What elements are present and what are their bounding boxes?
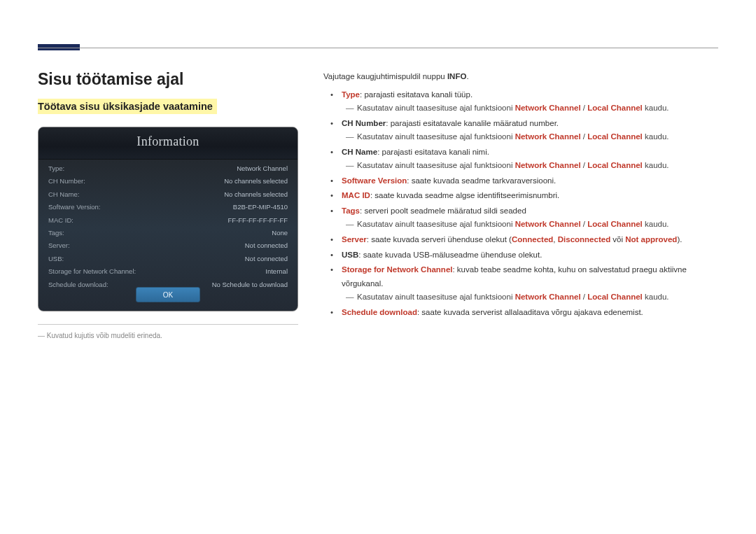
section-title: Töötava sisu üksikasjade vaatamine bbox=[38, 99, 217, 114]
sub-note: Kasutatav ainult taasesituse ajal funkts… bbox=[349, 130, 718, 144]
sub-note: Kasutatav ainult taasesituse ajal funkts… bbox=[349, 159, 718, 173]
field-label: MAC ID bbox=[342, 191, 370, 199]
info-value: Not connected bbox=[245, 239, 288, 252]
lead-pre: Vajutage kaugjuhtimispuldil nuppu bbox=[323, 72, 447, 80]
field-label: USB bbox=[342, 251, 358, 259]
field-label: CH Name bbox=[342, 148, 377, 156]
info-row: Type:Network Channel bbox=[48, 162, 288, 175]
image-disclaimer: Kuvatud kujutis võib mudeliti erineda. bbox=[38, 332, 298, 339]
info-key: CH Name: bbox=[48, 188, 79, 201]
info-row: Software Version:B2B-EP-MIP-4510 bbox=[48, 201, 288, 213]
info-key: Server: bbox=[48, 239, 70, 252]
lead-post: . bbox=[466, 72, 468, 80]
ok-button[interactable]: OK bbox=[136, 287, 200, 302]
info-key: Type: bbox=[48, 162, 64, 175]
info-row: USB:Not connected bbox=[48, 253, 288, 265]
info-row: Storage for Network Channel:Internal bbox=[48, 265, 288, 278]
field-label: Schedule download bbox=[342, 308, 417, 316]
information-panel: Information Type:Network Channel CH Numb… bbox=[38, 127, 298, 311]
field-label: Storage for Network Channel bbox=[342, 265, 452, 274]
info-row: MAC ID:FF-FF-FF-FF-FF-FF bbox=[48, 214, 288, 227]
info-panel-title: Information bbox=[38, 127, 298, 160]
list-item: Storage for Network Channel: kuvab teabe… bbox=[335, 263, 718, 304]
info-value: B2B-EP-MIP-4510 bbox=[233, 201, 288, 213]
info-key: Tags: bbox=[48, 227, 64, 239]
sub-note: Kasutatav ainult taasesituse ajal funkts… bbox=[349, 101, 718, 115]
left-column: Sisu töötamise ajal Töötava sisu üksikas… bbox=[38, 70, 298, 339]
info-rows: Type:Network Channel CH Number:No channe… bbox=[38, 160, 298, 291]
field-label: Type bbox=[342, 90, 360, 99]
list-item: Schedule download: saate kuvada serveris… bbox=[335, 306, 718, 320]
list-item: MAC ID: saate kuvada seadme algse identi… bbox=[335, 189, 718, 203]
info-key: USB: bbox=[48, 253, 64, 265]
field-desc: : serveri poolt seadmele määratud sildi … bbox=[360, 206, 526, 215]
info-value: FF-FF-FF-FF-FF-FF bbox=[228, 214, 288, 227]
right-column: Vajutage kaugjuhtimispuldil nuppu INFO. … bbox=[323, 70, 718, 339]
info-value: Network Channel bbox=[237, 162, 288, 175]
field-desc: : saate kuvada seadme tarkvaraversiooni. bbox=[407, 176, 556, 185]
page-title: Sisu töötamise ajal bbox=[38, 70, 298, 89]
field-label: Software Version bbox=[342, 176, 407, 185]
info-row: CH Name:No channels selected bbox=[48, 188, 288, 201]
info-key: CH Number: bbox=[48, 175, 85, 188]
info-value: No channels selected bbox=[224, 188, 288, 201]
field-desc: : parajasti esitatava kanali tüüp. bbox=[360, 90, 472, 99]
info-key: Software Version: bbox=[48, 201, 100, 213]
info-value: Not connected bbox=[245, 253, 288, 265]
info-value: Internal bbox=[265, 265, 288, 278]
list-item: Software Version: saate kuvada seadme ta… bbox=[335, 174, 718, 188]
field-desc: : saate kuvada seadme algse identifitsee… bbox=[370, 191, 559, 199]
field-desc: : saate kuvada serverist allalaaditava v… bbox=[417, 308, 643, 316]
info-row: Server:Not connected bbox=[48, 239, 288, 252]
list-item: Type: parajasti esitatava kanali tüüp. K… bbox=[335, 88, 718, 115]
list-item: Server: saate kuvada serveri ühenduse ol… bbox=[335, 233, 718, 247]
list-item: CH Number: parajasti esitatavale kanalil… bbox=[335, 117, 718, 144]
divider bbox=[38, 324, 298, 325]
field-label: CH Number bbox=[342, 119, 386, 127]
list-item: Tags: serveri poolt seadmele määratud si… bbox=[335, 204, 718, 232]
info-key: MAC ID: bbox=[48, 214, 74, 227]
field-label: Server bbox=[342, 235, 367, 244]
sub-note: Kasutatav ainult taasesituse ajal funkts… bbox=[349, 290, 718, 304]
list-item: CH Name: parajasti esitatava kanali nimi… bbox=[335, 146, 718, 173]
field-label: Tags bbox=[342, 206, 360, 215]
details-list: Type: parajasti esitatava kanali tüüp. K… bbox=[335, 88, 718, 320]
field-desc: : parajasti esitatavale kanalile määratu… bbox=[386, 119, 559, 127]
lead-sentence: Vajutage kaugjuhtimispuldil nuppu INFO. bbox=[323, 70, 718, 84]
info-key: Storage for Network Channel: bbox=[48, 265, 136, 278]
field-desc: : parajasti esitatava kanali nimi. bbox=[377, 148, 489, 156]
info-row: CH Number:No channels selected bbox=[48, 175, 288, 188]
sub-note: Kasutatav ainult taasesituse ajal funkts… bbox=[349, 218, 718, 232]
list-item: USB: saate kuvada USB-mäluseadme ühendus… bbox=[335, 248, 718, 262]
info-value: No channels selected bbox=[224, 175, 288, 188]
page-top-rule bbox=[38, 48, 718, 48]
info-key-label: INFO bbox=[447, 72, 466, 80]
field-desc: : saate kuvada USB-mäluseadme ühenduse o… bbox=[358, 251, 542, 259]
page-content: Sisu töötamise ajal Töötava sisu üksikas… bbox=[38, 70, 718, 339]
info-row: Tags:None bbox=[48, 227, 288, 239]
info-value: None bbox=[272, 227, 288, 239]
